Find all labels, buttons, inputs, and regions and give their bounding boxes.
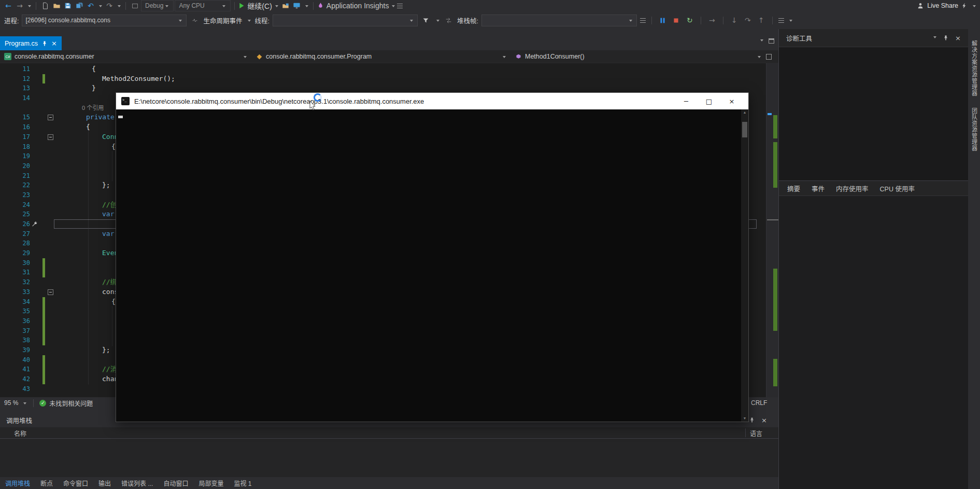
diagnostics-tab-内存使用率[interactable]: 内存使用率 — [836, 184, 869, 193]
pin-icon[interactable] — [41, 40, 48, 47]
split-window-icon[interactable] — [766, 54, 772, 60]
bottom-tab-局部变量[interactable]: 局部变量 — [198, 479, 223, 487]
close-panel-icon[interactable]: × — [955, 34, 961, 42]
navigate-forward-button[interactable]: → — [15, 1, 25, 11]
application-insights-caret[interactable] — [392, 5, 395, 9]
active-files-caret[interactable] — [760, 39, 763, 43]
show-next-statement-button[interactable]: → — [707, 15, 717, 25]
zoom-caret[interactable] — [23, 402, 26, 406]
diagnostics-tab-事件[interactable]: 事件 — [812, 184, 825, 193]
line-number: 20 — [0, 161, 30, 171]
panel-menu-caret[interactable] — [933, 36, 936, 40]
member-dropdown[interactable]: Method1Consumer() — [511, 50, 766, 63]
live-share-button[interactable]: Live Share — [917, 1, 958, 11]
diagnostics-tab-CPU 使用率[interactable]: CPU 使用率 — [880, 184, 915, 193]
current-line-mark — [767, 219, 778, 220]
bottom-tool-window-tabs: 调用堆栈断点命令窗口输出错误列表 ...自动窗口局部变量监视 1 — [0, 477, 778, 489]
console-close-button[interactable]: × — [720, 97, 743, 105]
editor-scrollbar[interactable] — [766, 63, 778, 397]
feedback-button[interactable] — [959, 1, 970, 11]
new-file-button[interactable] — [40, 1, 50, 11]
console-scrollbar-thumb[interactable] — [742, 122, 747, 137]
undo-caret[interactable] — [99, 5, 102, 9]
pin-icon[interactable] — [749, 417, 755, 423]
target-device-caret[interactable] — [305, 5, 308, 9]
column-language[interactable]: 语言 — [750, 429, 762, 438]
close-tab-icon[interactable]: × — [51, 39, 57, 47]
tab-program-cs[interactable]: Program.cs × — [0, 36, 62, 50]
feedback-caret[interactable] — [973, 5, 976, 9]
codelens-references[interactable]: 0 个引用 — [82, 103, 104, 113]
process-dropdown[interactable]: [26096] console.rabbitmq.cons — [22, 15, 187, 26]
lifecycle-events-label[interactable]: 生命周期事件 — [203, 16, 242, 25]
type-dropdown[interactable]: console.rabbitmq.consumer.Program — [252, 50, 511, 63]
step-into-button[interactable]: ↓ — [729, 15, 740, 25]
fold-collapse-toggle[interactable] — [48, 134, 53, 140]
restart-button[interactable]: ↻ — [685, 15, 695, 25]
bottom-tab-输出[interactable]: 输出 — [98, 479, 111, 487]
open-file-button[interactable] — [51, 1, 62, 11]
column-name[interactable]: 名称 — [14, 429, 26, 438]
console-scrollbar[interactable]: ▲ ▼ — [741, 109, 748, 422]
diagnostics-tab-摘要[interactable]: 摘要 — [787, 184, 800, 193]
filter-threads-button[interactable] — [421, 15, 431, 25]
bottom-tab-错误列表 ...[interactable]: 错误列表 ... — [121, 479, 153, 487]
bottom-tab-自动窗口[interactable]: 自动窗口 — [163, 479, 188, 487]
redo-caret[interactable] — [118, 5, 121, 9]
bottom-tab-断点[interactable]: 断点 — [40, 479, 53, 487]
save-all-button[interactable] — [74, 1, 84, 11]
undo-button[interactable]: ↶ — [86, 1, 96, 11]
navigate-back-button[interactable]: ← — [3, 1, 13, 11]
auto-hide-tab-解决方案资源管理器[interactable]: 解决方案资源管理器 — [970, 40, 978, 96]
fold-collapse-toggle[interactable] — [48, 115, 53, 120]
toolbar-overflow-button[interactable] — [397, 4, 403, 8]
environment-button[interactable] — [280, 1, 291, 11]
break-all-button[interactable] — [658, 15, 668, 25]
call-stack-body[interactable] — [0, 439, 778, 477]
save-button[interactable] — [63, 1, 73, 11]
flag-threads-button[interactable] — [444, 15, 454, 25]
health-check-icon[interactable]: ✓ — [39, 400, 46, 407]
continue-caret[interactable] — [275, 5, 278, 9]
target-device-button[interactable] — [292, 1, 302, 11]
fold-collapse-toggle[interactable] — [48, 289, 53, 295]
scroll-down-icon[interactable]: ▼ — [741, 415, 748, 422]
lifecycle-events-caret[interactable] — [248, 20, 251, 23]
bottom-tab-调用堆栈[interactable]: 调用堆栈 — [5, 479, 30, 487]
solution-platform-dropdown[interactable]: Any CPU — [175, 0, 231, 11]
play-icon — [238, 3, 245, 9]
filter-threads-caret[interactable] — [436, 20, 439, 23]
bottom-tab-监视 1[interactable]: 监视 1 — [234, 479, 251, 487]
console-maximize-button[interactable]: □ — [698, 97, 720, 105]
debug-toolbar-overflow-button[interactable] — [778, 18, 784, 23]
console-minimize-button[interactable]: ─ — [675, 97, 698, 105]
health-status-text[interactable]: 未找到相关问题 — [49, 399, 93, 408]
solution-configuration-dropdown[interactable]: Debug — [141, 0, 174, 11]
console-window[interactable]: E:\netcore\console.rabbitmq.consumer\bin… — [116, 92, 749, 422]
redo-button[interactable]: ↷ — [104, 1, 115, 11]
zoom-level[interactable]: 95 % — [4, 399, 18, 407]
bottom-tab-命令窗口[interactable]: 命令窗口 — [63, 479, 88, 487]
project-dropdown[interactable]: C# console.rabbitmq.consumer — [0, 50, 252, 63]
status-separator — [33, 399, 34, 407]
continue-button[interactable]: 继续(C) — [238, 1, 272, 11]
column-separator[interactable] — [745, 428, 746, 437]
step-over-button[interactable]: ↷ — [743, 15, 753, 25]
debug-toolbar-overflow-caret[interactable] — [789, 20, 792, 23]
close-panel-icon[interactable]: × — [761, 416, 767, 424]
stack-frame-menu-button[interactable] — [640, 18, 646, 23]
diagnostic-tools-header[interactable]: 诊断工具 × — [779, 29, 968, 47]
console-title-bar[interactable]: E:\netcore\console.rabbitmq.consumer\bin… — [116, 93, 748, 109]
window-layout-icon[interactable] — [769, 38, 774, 44]
console-output-area[interactable]: ▲ ▼ — [116, 109, 748, 422]
thread-dropdown[interactable] — [273, 15, 418, 26]
application-insights-button[interactable]: Application Insights — [317, 1, 389, 11]
stop-debugging-button[interactable] — [671, 15, 681, 25]
navigation-history-caret[interactable] — [28, 5, 31, 9]
scroll-up-icon[interactable]: ▲ — [741, 109, 748, 116]
pin-icon[interactable] — [943, 35, 949, 41]
step-out-button[interactable]: ↑ — [756, 15, 766, 25]
stack-frame-dropdown[interactable] — [481, 15, 637, 26]
line-ending-indicator[interactable]: CRLF — [751, 399, 767, 407]
auto-hide-tab-团队资源管理器[interactable]: 团队资源管理器 — [970, 108, 978, 151]
